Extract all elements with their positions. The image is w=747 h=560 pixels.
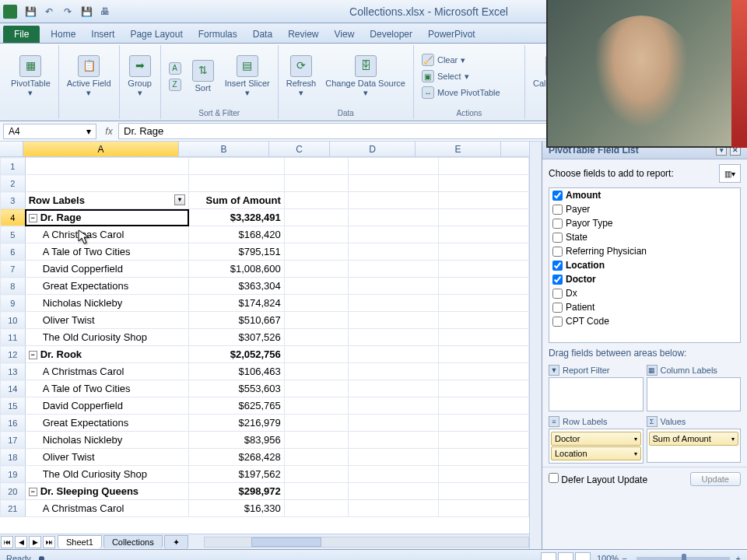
sheet-nav-next[interactable]: ▶ xyxy=(29,536,41,548)
row-header[interactable]: 5 xyxy=(1,226,26,243)
cell[interactable]: A Christmas Carol xyxy=(25,500,189,517)
row-header[interactable]: 18 xyxy=(1,449,26,466)
row-header[interactable]: 21 xyxy=(1,500,26,517)
row-header[interactable]: 8 xyxy=(1,278,26,295)
cell[interactable]: −Dr. Rook xyxy=(25,346,189,363)
cell[interactable] xyxy=(284,295,348,312)
cell[interactable]: −Dr. Rage xyxy=(25,209,189,226)
cell[interactable] xyxy=(349,466,439,483)
clear-button[interactable]: 🧹Clear ▾ xyxy=(419,52,520,68)
cell[interactable] xyxy=(349,380,439,397)
row-header[interactable]: 6 xyxy=(1,243,26,261)
cell[interactable]: $553,603 xyxy=(189,380,284,397)
cell[interactable] xyxy=(284,483,348,500)
cell[interactable] xyxy=(438,363,528,380)
field-checkbox[interactable] xyxy=(552,303,563,313)
macro-record-icon[interactable]: ⏺ xyxy=(37,554,46,561)
cell[interactable]: David Copperfield xyxy=(25,261,189,278)
value-chip-sum-amount[interactable]: Sum of Amount▾ xyxy=(649,432,739,446)
cell[interactable]: Nicholas Nickleby xyxy=(25,295,189,312)
cell[interactable] xyxy=(349,500,439,517)
cell[interactable] xyxy=(284,432,348,449)
row-header[interactable]: 4 xyxy=(1,209,26,226)
field-checkbox[interactable] xyxy=(552,247,563,257)
cell[interactable]: $3,328,491 xyxy=(189,209,284,226)
cell[interactable] xyxy=(349,415,439,432)
cell[interactable] xyxy=(349,432,439,449)
cell[interactable] xyxy=(438,397,528,415)
field-item-referring-physician[interactable]: Referring Physician xyxy=(549,244,740,258)
field-item-amount[interactable]: Amount xyxy=(549,188,740,202)
cell[interactable]: The Old Curiosity Shop xyxy=(25,329,189,346)
row-header[interactable]: 11 xyxy=(1,329,26,346)
field-list[interactable]: AmountPayerPayor TypeStateReferring Phys… xyxy=(549,187,741,343)
field-checkbox[interactable] xyxy=(552,191,563,201)
row-header[interactable]: 2 xyxy=(1,175,26,192)
row-header[interactable]: 12 xyxy=(1,346,26,363)
cell[interactable] xyxy=(284,158,348,175)
cell[interactable]: A Christmas Carol xyxy=(25,226,189,243)
field-item-cpt-code[interactable]: CPT Code xyxy=(549,314,740,328)
field-checkbox[interactable] xyxy=(552,205,563,215)
cell[interactable]: Sum of Amount xyxy=(189,192,284,209)
cell[interactable] xyxy=(349,175,439,192)
field-item-payor-type[interactable]: Payor Type xyxy=(549,216,740,230)
qat-undo-button[interactable]: ↶ xyxy=(40,3,58,20)
file-tab[interactable]: File xyxy=(3,26,40,43)
field-list-layout-button[interactable]: ▥▾ xyxy=(719,164,741,183)
cell[interactable] xyxy=(438,175,528,192)
cell[interactable] xyxy=(349,278,439,295)
cell[interactable] xyxy=(284,312,348,329)
cell[interactable]: Great Expectations xyxy=(25,415,189,432)
cell[interactable]: $268,428 xyxy=(189,449,284,466)
cell[interactable] xyxy=(438,226,528,243)
cell[interactable] xyxy=(438,466,528,483)
qat-print-button[interactable]: 🖶 xyxy=(96,3,114,20)
cell[interactable] xyxy=(349,346,439,363)
cell[interactable] xyxy=(284,346,348,363)
cell[interactable]: $2,052,756 xyxy=(189,346,284,363)
col-header-b[interactable]: B xyxy=(179,142,269,156)
cell[interactable]: −Dr. Sleeping Queens xyxy=(25,483,189,500)
grid-body[interactable]: 123Row Labels▾Sum of Amount4−Dr. Rage$3,… xyxy=(0,157,529,534)
qat-redo-button[interactable]: ↷ xyxy=(59,3,76,20)
cell[interactable]: A Tale of Two Cities xyxy=(25,243,189,261)
row-header[interactable]: 9 xyxy=(1,295,26,312)
cell[interactable] xyxy=(438,415,528,432)
row-header[interactable]: 16 xyxy=(1,415,26,432)
tab-home[interactable]: Home xyxy=(43,26,83,43)
field-item-payer[interactable]: Payer xyxy=(549,202,740,216)
tab-formulas[interactable]: Formulas xyxy=(191,26,245,43)
qat-save-button[interactable]: 💾 xyxy=(22,3,39,20)
cell[interactable] xyxy=(438,483,528,500)
values-area[interactable]: Sum of Amount▾ xyxy=(647,429,742,463)
cell[interactable] xyxy=(438,380,528,397)
sort-az-button[interactable]: A xyxy=(166,61,184,76)
cell[interactable] xyxy=(349,363,439,380)
insert-slicer-button[interactable]: ▤Insert Slicer▾ xyxy=(222,54,273,99)
vertical-scrollbar[interactable] xyxy=(529,142,542,549)
sort-button[interactable]: ⇅Sort xyxy=(188,58,219,94)
cell[interactable]: Nicholas Nickleby xyxy=(25,432,189,449)
cell[interactable]: $83,956 xyxy=(189,432,284,449)
cell[interactable] xyxy=(438,449,528,466)
cell[interactable] xyxy=(438,295,528,312)
row-header[interactable]: 17 xyxy=(1,432,26,449)
cell[interactable]: $16,330 xyxy=(189,500,284,517)
cell[interactable] xyxy=(189,175,284,192)
cell[interactable] xyxy=(438,329,528,346)
cell[interactable] xyxy=(349,312,439,329)
cell[interactable] xyxy=(438,261,528,278)
row-header[interactable]: 1 xyxy=(1,158,26,175)
cell[interactable] xyxy=(438,209,528,226)
cell[interactable] xyxy=(349,243,439,261)
cell[interactable] xyxy=(284,209,348,226)
cell[interactable] xyxy=(284,380,348,397)
row-header[interactable]: 20 xyxy=(1,483,26,500)
cell[interactable]: $174,824 xyxy=(189,295,284,312)
field-checkbox[interactable] xyxy=(552,275,563,285)
cell[interactable]: A Christmas Carol xyxy=(25,363,189,380)
field-checkbox[interactable] xyxy=(552,317,563,327)
tab-view[interactable]: View xyxy=(327,26,363,43)
cell[interactable]: Great Expectations xyxy=(25,278,189,295)
